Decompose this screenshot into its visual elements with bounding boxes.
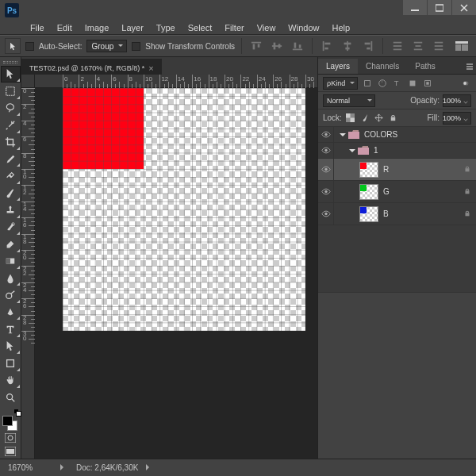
close-tab-icon[interactable]: × <box>148 63 153 73</box>
magic-wand-tool[interactable] <box>1 117 21 133</box>
opacity-input[interactable]: 100% <box>443 94 471 107</box>
blur-tool[interactable] <box>1 270 21 286</box>
pen-tool[interactable] <box>1 304 21 321</box>
crop-tool[interactable] <box>1 134 21 151</box>
quickmask-toggle[interactable] <box>2 432 19 444</box>
layer-filter-kind-dropdown[interactable]: ρ Kind <box>323 77 358 90</box>
menu-window[interactable]: Window <box>282 21 325 34</box>
align-right-icon[interactable] <box>360 38 376 54</box>
shape-tool[interactable] <box>1 355 21 371</box>
path-select-tool[interactable] <box>1 338 21 355</box>
group-disclose-icon[interactable] <box>348 147 356 155</box>
workspace-switcher[interactable] <box>452 38 471 54</box>
panel-flyout-menu-icon[interactable] <box>463 60 476 74</box>
filter-smart-icon[interactable] <box>421 77 433 89</box>
menu-layer[interactable]: Layer <box>115 21 150 34</box>
menu-type[interactable]: Type <box>150 21 182 34</box>
visibility-toggle[interactable] <box>318 143 334 158</box>
distribute-bottom-icon[interactable] <box>431 38 447 54</box>
layer-thumbnail[interactable] <box>359 184 378 200</box>
lock-position-icon[interactable] <box>374 113 385 124</box>
layer-g[interactable]: G <box>318 181 476 203</box>
group-disclose-icon[interactable] <box>339 131 347 139</box>
auto-select-checkbox[interactable] <box>25 42 34 51</box>
layer-name[interactable]: COLORS <box>364 130 397 139</box>
canvas[interactable] <box>63 88 305 331</box>
menu-edit[interactable]: Edit <box>51 21 79 34</box>
ruler-origin[interactable] <box>21 75 35 88</box>
align-vcenter-icon[interactable] <box>269 38 285 54</box>
layer-group-1[interactable]: 1 <box>318 143 476 159</box>
menu-image[interactable]: Image <box>79 21 116 34</box>
gradient-tool[interactable] <box>1 253 21 270</box>
canvas-viewport[interactable] <box>35 88 317 459</box>
fill-input[interactable]: 100% <box>443 112 471 125</box>
menu-help[interactable]: Help <box>325 21 356 34</box>
stamp-tool[interactable] <box>1 202 21 218</box>
document-tab[interactable]: TEST02.psd @ 1670% (R, RGB/8) * × <box>21 59 162 75</box>
lock-transparency-icon[interactable] <box>345 113 356 124</box>
layer-name[interactable]: B <box>383 209 389 218</box>
visibility-toggle[interactable] <box>318 203 334 225</box>
brush-tool[interactable] <box>1 185 21 202</box>
visibility-toggle[interactable] <box>318 181 334 202</box>
window-maximize-button[interactable] <box>428 0 451 15</box>
visibility-toggle[interactable] <box>318 159 334 180</box>
screenmode-toggle[interactable] <box>2 445 19 458</box>
align-top-icon[interactable] <box>248 38 264 54</box>
zoom-tool[interactable] <box>1 389 21 405</box>
svg-rect-9 <box>294 43 297 48</box>
type-tool[interactable] <box>1 321 21 337</box>
menu-file[interactable]: File <box>24 21 51 34</box>
tools-panel-grip[interactable] <box>0 59 21 66</box>
layer-group-colors[interactable]: COLORS <box>318 127 476 143</box>
status-flyout-icon[interactable] <box>60 464 68 472</box>
layer-name[interactable]: R <box>383 165 389 174</box>
menu-view[interactable]: View <box>251 21 282 34</box>
eyedropper-tool[interactable] <box>1 151 21 167</box>
visibility-toggle[interactable] <box>318 127 334 142</box>
layer-name[interactable]: 1 <box>374 146 378 155</box>
color-swatches[interactable] <box>1 409 21 431</box>
marquee-tool[interactable] <box>1 83 21 99</box>
filter-adjust-icon[interactable] <box>376 77 388 89</box>
align-bottom-icon[interactable] <box>290 38 305 54</box>
show-transform-checkbox[interactable] <box>132 42 140 51</box>
heal-tool[interactable] <box>1 167 21 184</box>
vertical-ruler[interactable]: 024681012141618202224262830 <box>21 88 35 459</box>
distribute-top-icon[interactable] <box>390 38 405 54</box>
history-brush-tool[interactable] <box>1 219 21 236</box>
align-hcenter-icon[interactable] <box>340 38 355 54</box>
blend-mode-dropdown[interactable]: Normal <box>323 94 375 107</box>
filter-toggle-switch[interactable] <box>459 77 471 89</box>
layer-thumbnail[interactable] <box>359 206 378 222</box>
current-tool-icon[interactable] <box>5 38 21 54</box>
distribute-vcenter-icon[interactable] <box>410 38 426 54</box>
window-minimize-button[interactable] <box>403 0 427 15</box>
filter-type-icon[interactable]: T <box>391 77 403 89</box>
align-left-icon[interactable] <box>319 38 335 54</box>
filter-pixel-icon[interactable] <box>361 77 373 89</box>
horizontal-ruler[interactable]: 024681012141618202224262830 <box>35 75 317 88</box>
lasso-tool[interactable] <box>1 100 21 117</box>
auto-select-mode-dropdown[interactable]: Group <box>86 40 127 52</box>
menu-filter[interactable]: Filter <box>218 21 250 34</box>
lock-all-icon[interactable] <box>388 113 399 124</box>
panel-tab-layers[interactable]: Layers <box>318 59 358 74</box>
doc-info-flyout-icon[interactable] <box>146 464 154 472</box>
panel-tab-paths[interactable]: Paths <box>407 59 443 74</box>
zoom-level-field[interactable]: 1670% <box>5 462 52 474</box>
hand-tool[interactable] <box>1 372 21 389</box>
layer-r[interactable]: R <box>318 159 476 181</box>
layer-b[interactable]: B <box>318 203 476 225</box>
filter-shape-icon[interactable] <box>406 77 418 89</box>
eraser-tool[interactable] <box>1 236 21 252</box>
window-close-button[interactable] <box>452 0 476 15</box>
dodge-tool[interactable] <box>1 286 21 303</box>
layer-name[interactable]: G <box>383 187 390 196</box>
panel-tab-channels[interactable]: Channels <box>358 59 407 74</box>
lock-pixels-icon[interactable] <box>359 113 370 124</box>
move-tool[interactable] <box>1 66 21 83</box>
layer-thumbnail[interactable] <box>359 162 378 178</box>
menu-select[interactable]: Select <box>182 21 219 34</box>
